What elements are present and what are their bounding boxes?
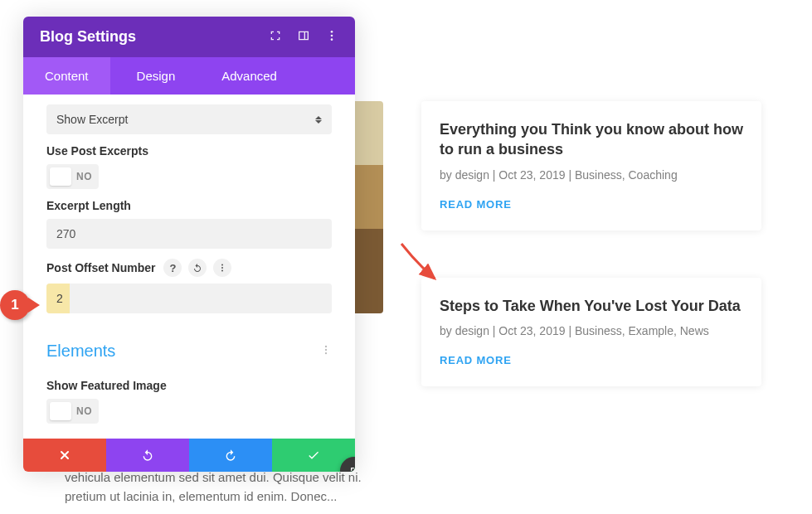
cancel-button[interactable] xyxy=(23,439,106,472)
tab-content[interactable]: Content xyxy=(23,57,110,95)
panel-action-bar xyxy=(23,439,355,472)
panel-header: Blog Settings xyxy=(23,17,355,57)
annotation-1: 1 xyxy=(0,290,30,320)
card-title[interactable]: Everything you Think you know about how … xyxy=(440,119,743,160)
panel-title: Blog Settings xyxy=(40,28,136,46)
redo-button[interactable] xyxy=(189,439,272,472)
select-caret-icon xyxy=(315,116,322,124)
svg-point-3 xyxy=(221,264,223,266)
docked-layout-icon[interactable] xyxy=(297,29,310,46)
toggle-state: NO xyxy=(76,405,92,417)
show-featured-image-label: Show Featured Image xyxy=(46,379,332,392)
svg-point-0 xyxy=(331,31,333,33)
background-excerpt-text: vehicula elementum sed sit amet dui. Qui… xyxy=(65,468,364,507)
svg-point-4 xyxy=(221,267,223,269)
post-offset-label-row: Post Offset Number ? xyxy=(46,259,332,277)
blog-card: Steps to Take When You've Lost Your Data… xyxy=(421,278,761,386)
tab-advanced[interactable]: Advanced xyxy=(202,57,299,95)
panel-body: Show Excerpt Use Post Excerpts NO Excerp… xyxy=(23,95,355,439)
toggle-state: NO xyxy=(76,171,92,182)
svg-point-5 xyxy=(221,270,223,272)
toggle-knob xyxy=(50,402,71,420)
use-post-excerpts-label: Use Post Excerpts xyxy=(46,144,332,158)
card-meta: by design | Oct 23, 2019 | Business, Exa… xyxy=(440,324,743,337)
svg-point-8 xyxy=(325,352,327,353)
undo-button[interactable] xyxy=(106,439,189,472)
reset-icon[interactable] xyxy=(188,259,207,277)
section-menu-icon[interactable] xyxy=(320,344,332,359)
card-title[interactable]: Steps to Take When You've Lost Your Data xyxy=(440,296,743,316)
svg-point-6 xyxy=(325,345,327,347)
svg-point-7 xyxy=(325,348,327,350)
show-featured-image-toggle[interactable]: NO xyxy=(46,399,99,424)
toggle-knob xyxy=(50,167,71,186)
annotation-bubble: 1 xyxy=(0,290,30,320)
kebab-menu-icon[interactable] xyxy=(325,29,338,46)
field-menu-icon[interactable] xyxy=(213,259,231,277)
blog-settings-panel: Blog Settings Content Design Advanced Sh… xyxy=(23,17,355,472)
svg-point-1 xyxy=(331,34,333,36)
card-meta: by design | Oct 23, 2019 | Business, Coa… xyxy=(440,168,743,182)
panel-header-actions xyxy=(269,29,338,46)
tab-design[interactable]: Design xyxy=(110,57,202,95)
excerpt-length-label: Excerpt Length xyxy=(46,199,332,212)
expand-icon[interactable] xyxy=(269,29,282,46)
show-excerpt-select[interactable]: Show Excerpt xyxy=(46,104,332,134)
read-more-link[interactable]: READ MORE xyxy=(440,354,743,366)
post-offset-input-wrapper[interactable] xyxy=(46,284,332,313)
use-post-excerpts-toggle[interactable]: NO xyxy=(46,164,99,189)
panel-tabs: Content Design Advanced xyxy=(23,57,355,95)
annotation-arrow xyxy=(396,239,446,289)
elements-title[interactable]: Elements xyxy=(46,342,115,361)
blog-card: Everything you Think you know about how … xyxy=(421,101,761,230)
read-more-link[interactable]: READ MORE xyxy=(440,198,743,211)
post-offset-input[interactable] xyxy=(56,292,70,305)
help-icon[interactable]: ? xyxy=(163,259,182,277)
excerpt-length-input[interactable] xyxy=(46,219,332,249)
elements-section: Elements Show Featured Image NO xyxy=(46,333,332,424)
svg-point-2 xyxy=(331,38,333,41)
show-excerpt-value: Show Excerpt xyxy=(56,113,128,126)
post-offset-label: Post Offset Number xyxy=(46,261,155,274)
